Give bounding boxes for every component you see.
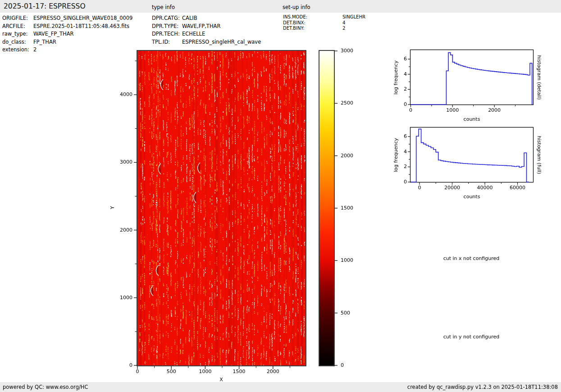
info-value: ECHELLE (182, 31, 205, 37)
info-label: raw_type: (2, 30, 33, 38)
y-tick-label: 0 (393, 101, 407, 107)
colorbar-tick-label: 1000 (341, 257, 353, 263)
info-label: DPR.TYPE: (152, 23, 182, 31)
info-label: ARCFILE: (2, 23, 33, 31)
info-label: INS.MODE: (283, 14, 342, 20)
y-tick-label: 4000 (105, 91, 132, 97)
info-value: 4 (342, 20, 345, 25)
raw-frame-canvas (137, 51, 306, 365)
info-value: 2 (342, 26, 345, 31)
info-value: FP_THAR (33, 39, 56, 45)
info-label: do_class: (2, 38, 33, 46)
info-value: CALIB (182, 15, 197, 21)
x-tick-label: 2000 (267, 369, 279, 374)
info-value: WAVE,FP,THAR (182, 23, 220, 29)
info-row: INS.MODE:SINGLEHR (283, 14, 365, 20)
info-value: SINGLEHR (342, 14, 365, 19)
x-tick-label: 20000 (444, 185, 460, 191)
hist-right-label: histogram (detail) (536, 55, 542, 100)
y-tick-label: 0 (393, 179, 407, 185)
setup-info: INS.MODE:SINGLEHRDET.BINX:4DET.BINY:2 (283, 14, 365, 32)
x-tick-label: 500 (167, 369, 176, 374)
footer-bar: powered by QC: www.eso.org/HC created by… (0, 382, 561, 392)
info-value: ESPRESSO_SINGLEHR_WAVE018_0009 (33, 15, 132, 21)
y-tick-label: 3000 (105, 159, 132, 165)
x-tick-label: 1500 (233, 369, 246, 374)
info-label: extension: (2, 46, 33, 54)
info-label: DET.BINX: (283, 20, 342, 26)
x-tick-label: 0 (136, 369, 139, 374)
info-label: ORIGFILE: (2, 14, 33, 23)
y-axis-label: Y (109, 206, 115, 210)
x-tick-label: 1000 (446, 107, 459, 113)
x-tick-label: 1000 (199, 369, 211, 374)
x-tick-label: 0 (418, 185, 421, 191)
histogram-detail-frame (410, 50, 534, 105)
info-row: TPL.ID:ESPRESSO_singleHR_cal_wave (152, 38, 261, 46)
histogram-detail-line (410, 53, 532, 105)
footer-right: created by qc_rawdisp.py v1.2.3 on 2025-… (407, 382, 558, 392)
x-tick-label: 2000 (488, 107, 501, 113)
info-row: DPR.TYPE:WAVE,FP,THAR (152, 23, 261, 31)
info-row: raw_type:WAVE_FP_THAR (2, 30, 132, 38)
x-tick-label: 0 (409, 107, 412, 113)
info-value: WAVE_FP_THAR (33, 31, 74, 37)
histogram-full-line (410, 129, 529, 182)
colorbar-tick-label: 2500 (341, 100, 353, 106)
footer-left: powered by QC: www.eso.org/HC (3, 382, 88, 392)
y-tick-label: 0 (105, 362, 132, 368)
info-value: ESPRESSO_singleHR_cal_wave (182, 39, 261, 45)
info-row: DPR.CATG:CALIB (152, 14, 261, 23)
info-row: DET.BINY:2 (283, 26, 365, 32)
info-label: TPL.ID: (152, 38, 182, 46)
hist-ylabel: log frequency (393, 138, 399, 172)
info-row: extension:2 (2, 46, 132, 54)
hist-xlabel: counts (464, 116, 480, 122)
y-tick-label: 2000 (105, 227, 132, 233)
x-tick-label: 60000 (510, 185, 525, 191)
x-tick-label: 40000 (477, 185, 493, 191)
info-row: ARCFILE:ESPRE.2025-01-18T11:05:48.463.fi… (2, 23, 132, 31)
info-row: DET.BINX:4 (283, 20, 365, 26)
info-row: ORIGFILE:ESPRESSO_SINGLEHR_WAVE018_0009 (2, 14, 132, 23)
info-label: DET.BINY: (283, 26, 342, 32)
hist-right-label: histogram (full) (536, 136, 542, 174)
cut-x-note: cut in x not configured (443, 255, 500, 261)
info-label: DPR.TECH: (152, 30, 182, 38)
colorbar-tick-label: 500 (341, 310, 350, 316)
colorbar-tick-label: 0 (341, 362, 344, 368)
colorbar (319, 51, 334, 365)
info-value: ESPRE.2025-01-18T11:05:48.463.fits (33, 23, 129, 29)
hist-ylabel: log frequency (393, 60, 399, 94)
info-value: 2 (33, 46, 36, 53)
histogram-full-frame (410, 128, 534, 182)
info-row: DPR.TECH:ECHELLE (152, 30, 261, 38)
colorbar-tick-label: 2000 (341, 153, 353, 159)
setup-info-header: set-up info (283, 4, 310, 10)
file-info: ORIGFILE:ESPRESSO_SINGLEHR_WAVE018_0009A… (2, 14, 132, 54)
page-title: 2025-01-17: ESPRESSO (4, 2, 86, 10)
qc-report-page: 2025-01-17: ESPRESSO type info set-up in… (0, 0, 561, 392)
hist-xlabel: counts (464, 194, 480, 200)
info-row: do_class:FP_THAR (2, 38, 132, 46)
type-info-header: type info (152, 4, 175, 10)
x-axis-label: X (219, 377, 223, 383)
info-label: DPR.CATG: (152, 14, 182, 23)
colorbar-tick-label: 3000 (341, 48, 353, 54)
type-info: DPR.CATG:CALIBDPR.TYPE:WAVE,FP,THARDPR.T… (152, 14, 261, 46)
y-tick-label: 1000 (105, 295, 132, 301)
colorbar-tick-label: 1500 (341, 205, 353, 211)
cut-y-note: cut in y not configured (443, 334, 500, 340)
